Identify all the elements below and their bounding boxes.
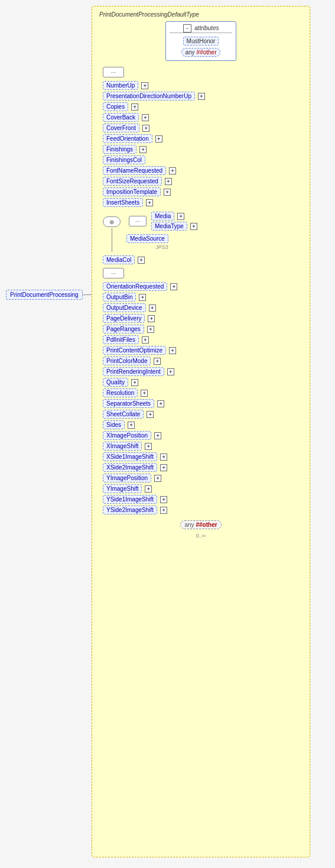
print-color-mode-element[interactable]: PrintColorMode [103, 357, 151, 365]
element-row: Copies + [97, 102, 305, 111]
x-image-shift-element[interactable]: XImageShift [103, 442, 142, 451]
output-bin-expand[interactable]: + [139, 294, 146, 301]
font-size-expand[interactable]: + [165, 178, 172, 185]
must-honor-attr[interactable]: MustHonor [183, 37, 219, 46]
seq-media-wrapper: ··· Media + MediaType + [126, 210, 197, 232]
number-up-expand[interactable]: + [141, 82, 148, 89]
media-col-element[interactable]: MediaCol [103, 255, 135, 264]
y-side1-image-shift-element[interactable]: YSide1ImageShift [103, 495, 157, 504]
media-type-expand[interactable]: + [190, 223, 197, 230]
y-image-position-element[interactable]: YImagePosition [103, 474, 151, 482]
y-side2-image-shift-expand[interactable]: + [160, 507, 167, 514]
element-row: PageRanges + [97, 325, 305, 333]
sides-element[interactable]: Sides [103, 420, 125, 429]
font-name-expand[interactable]: + [169, 167, 176, 174]
sequence-connector-2: ··· [100, 267, 305, 280]
x-side2-image-shift-element[interactable]: XSide2ImageShift [103, 463, 157, 472]
y-side1-image-shift-expand[interactable]: + [160, 496, 167, 503]
footer-section: any ##other 0..∞ [97, 519, 305, 539]
outer-element: PrintDocumentProcessing + [6, 290, 102, 300]
seq-connector-2[interactable]: ··· [103, 268, 124, 278]
x-side1-image-shift-element[interactable]: XSide1ImageShift [103, 452, 157, 461]
insert-sheets-element[interactable]: InsertSheets [103, 198, 143, 207]
copies-expand[interactable]: + [131, 103, 138, 111]
element-row: ImpositionTemplate + [97, 187, 305, 196]
sheet-collate-expand[interactable]: + [147, 411, 154, 418]
print-rendering-intent-expand[interactable]: + [167, 368, 174, 375]
seq-media-connector[interactable]: ··· [129, 216, 147, 226]
feed-orientation-expand[interactable]: + [155, 135, 162, 142]
y-side2-image-shift-element[interactable]: YSide2ImageShift [103, 506, 157, 514]
media-type-element[interactable]: MediaType [151, 222, 187, 231]
element-row: CoverBack + [97, 113, 305, 122]
insert-sheets-expand[interactable]: + [146, 199, 153, 206]
x-side1-image-shift-expand[interactable]: + [160, 454, 167, 461]
print-content-optimize-expand[interactable]: + [169, 347, 176, 354]
sides-expand[interactable]: + [128, 422, 135, 429]
media-element[interactable]: Media [151, 212, 174, 221]
element-row: YImageShift + [97, 484, 305, 493]
presentation-direction-expand[interactable]: + [198, 93, 205, 100]
orientation-requested-element[interactable]: OrientationRequested [103, 282, 167, 291]
element-row: XSide2ImageShift + [97, 463, 305, 472]
output-device-element[interactable]: OutputDevice [103, 303, 146, 312]
number-up-element[interactable]: NumberUp [103, 81, 138, 90]
media-col-expand[interactable]: + [138, 257, 145, 264]
feed-orientation-element[interactable]: FeedOrientation [103, 134, 152, 143]
output-bin-element[interactable]: OutputBin [103, 293, 136, 302]
media-source-element[interactable]: MediaSource [126, 234, 168, 243]
seq-connector-1[interactable]: ··· [103, 67, 124, 77]
minus-icon[interactable]: − [183, 24, 191, 33]
resolution-element[interactable]: Resolution [103, 388, 138, 397]
cover-back-element[interactable]: CoverBack [103, 113, 139, 122]
print-rendering-intent-element[interactable]: PrintRenderingIntent [103, 367, 164, 376]
orientation-expand[interactable]: + [170, 283, 177, 290]
quality-expand[interactable]: + [131, 379, 138, 386]
choice-connector[interactable]: ⊕ [103, 216, 121, 227]
element-row: PrintRenderingIntent + [97, 367, 305, 376]
separator-sheets-element[interactable]: SeparatorSheets [103, 399, 154, 408]
imposition-template-expand[interactable]: + [164, 189, 171, 196]
cover-front-expand[interactable]: + [142, 125, 149, 132]
presentation-direction-element[interactable]: PresentationDirectionNumberUp [103, 92, 195, 101]
finishings-expand[interactable]: + [139, 146, 147, 153]
output-device-expand[interactable]: + [149, 305, 156, 312]
x-image-shift-expand[interactable]: + [145, 443, 152, 450]
quality-element[interactable]: Quality [103, 378, 128, 387]
finishings-col-element[interactable]: FinishingsCol [103, 156, 145, 164]
element-row: OutputDevice + [97, 303, 305, 312]
page-delivery-element[interactable]: PageDelivery [103, 314, 145, 323]
x-side2-image-shift-expand[interactable]: + [160, 464, 167, 471]
sheet-collate-element[interactable]: SheetCollate [103, 410, 144, 419]
page-delivery-expand[interactable]: + [148, 315, 155, 322]
media-expand[interactable]: + [177, 213, 184, 220]
font-size-element[interactable]: FontSizeRequested [103, 177, 162, 186]
copies-element[interactable]: Copies [103, 102, 128, 111]
element-row: Sides + [97, 420, 305, 429]
page-ranges-element[interactable]: PageRanges [103, 325, 144, 333]
page-ranges-expand[interactable]: + [147, 326, 154, 333]
element-row: XSide1ImageShift + [97, 452, 305, 461]
footer-any-item[interactable]: any ##other [180, 520, 221, 529]
separator-sheets-expand[interactable]: + [157, 400, 164, 407]
print-color-mode-expand[interactable]: + [154, 358, 161, 365]
any-other-attr[interactable]: any ##other [181, 48, 220, 57]
pdl-init-files-expand[interactable]: + [142, 336, 149, 344]
cover-back-expand[interactable]: + [142, 114, 149, 121]
y-image-shift-element[interactable]: YImageShift [103, 484, 142, 493]
font-name-element[interactable]: FontNameRequested [103, 166, 166, 175]
print-document-processing-element[interactable]: PrintDocumentProcessing [6, 290, 83, 300]
element-row: FeedOrientation + [97, 134, 305, 143]
finishings-element[interactable]: Finishings [103, 145, 136, 154]
x-image-position-expand[interactable]: + [154, 432, 161, 439]
imposition-template-element[interactable]: ImpositionTemplate [103, 187, 161, 196]
y-image-position-expand[interactable]: + [154, 475, 161, 482]
pdl-init-files-element[interactable]: PdlInitFiles [103, 335, 139, 344]
resolution-expand[interactable]: + [141, 390, 148, 397]
cover-front-element[interactable]: CoverFront [103, 124, 139, 132]
element-row: YSide1ImageShift + [97, 495, 305, 504]
element-row: PrintColorMode + [97, 357, 305, 365]
print-content-optimize-element[interactable]: PrintContentOptimize [103, 346, 166, 355]
y-image-shift-expand[interactable]: + [145, 485, 152, 493]
x-image-position-element[interactable]: XImagePosition [103, 431, 151, 440]
